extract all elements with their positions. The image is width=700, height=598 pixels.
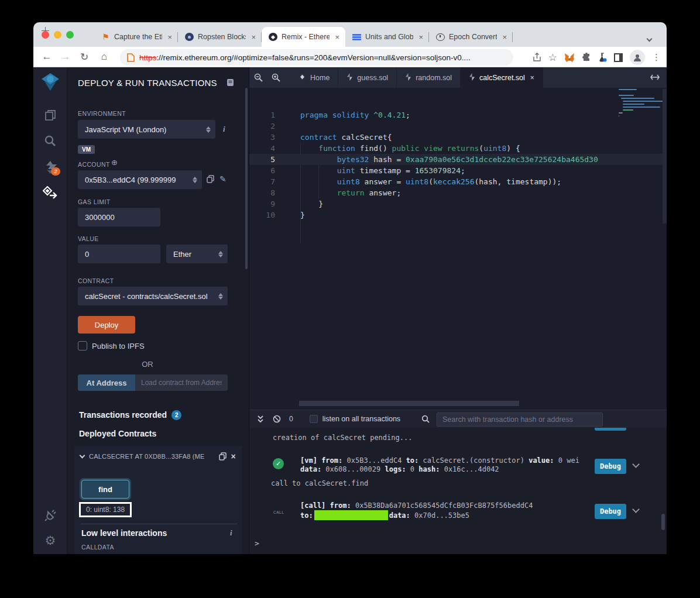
- sign-message-pencil-icon[interactable]: ✎: [219, 174, 227, 184]
- code-line[interactable]: 8 return answer;: [249, 187, 667, 198]
- panel-scrollbar[interactable]: [245, 88, 248, 269]
- terminal-collapse-icon[interactable]: [252, 415, 269, 423]
- environment-info-icon[interactable]: i: [223, 125, 225, 134]
- plugin-manager-icon[interactable]: [33, 509, 67, 522]
- debug-button[interactable]: Debug: [595, 504, 626, 519]
- code-line[interactable]: 4 function find() public view returns(ui…: [249, 143, 667, 154]
- minimize-window-button[interactable]: [54, 31, 61, 39]
- or-label: OR: [67, 360, 228, 369]
- zoom-out-icon[interactable]: [249, 67, 267, 88]
- at-address-button[interactable]: At Address: [78, 374, 135, 391]
- code-line[interactable]: 5 bytes32 hash = 0xaa790a0e56c3d1dcceb22…: [249, 154, 667, 165]
- solidity-icon: [346, 73, 353, 83]
- code-line[interactable]: 7 uint8 answer = uint8(keccak256(hash, t…: [249, 176, 667, 187]
- remix-icon: [269, 33, 277, 41]
- editor-tab[interactable]: Home: [290, 67, 338, 88]
- forward-icon[interactable]: →: [58, 49, 73, 64]
- editor-tab[interactable]: random.sol: [397, 67, 461, 88]
- copy-instance-icon[interactable]: [219, 452, 227, 460]
- tab-search-chevron-icon[interactable]: [647, 33, 651, 43]
- address-bar[interactable]: https://remix.ethereum.org/#optimize=fal…: [120, 49, 513, 66]
- editor-tab[interactable]: guess.sol: [338, 67, 397, 88]
- publish-ipfs-checkbox[interactable]: [78, 341, 87, 350]
- low-level-info-icon[interactable]: i: [230, 528, 232, 538]
- deploy-button[interactable]: Deploy: [78, 316, 135, 334]
- clear-console-icon[interactable]: [269, 415, 284, 423]
- editor-horizontal-scrollbar[interactable]: [299, 401, 519, 406]
- line-number: 4: [249, 143, 283, 154]
- file-explorer-icon[interactable]: [33, 109, 67, 122]
- deploy-run-icon[interactable]: [33, 186, 67, 200]
- at-address-input[interactable]: [135, 374, 228, 391]
- listen-transactions-checkbox[interactable]: [310, 415, 318, 423]
- close-tab-icon[interactable]: ×: [250, 33, 257, 42]
- browser-tab[interactable]: Ropsten Blocks #12×: [178, 27, 262, 47]
- solidity-compiler-icon[interactable]: 2: [33, 160, 67, 174]
- remix-logo-icon[interactable]: [33, 72, 67, 92]
- debug-button[interactable]: Debug: [595, 459, 626, 474]
- url-protocol: https: [139, 53, 156, 62]
- code-line[interactable]: 1pragma solidity ^0.4.21;: [249, 109, 667, 121]
- transactions-recorded-label: Transactions recorded2: [79, 410, 181, 420]
- expand-horizontal-icon[interactable]: [650, 73, 660, 83]
- settings-gear-icon[interactable]: ⚙: [33, 534, 67, 548]
- environment-select[interactable]: JavaScript VM (London): [78, 120, 215, 139]
- remove-instance-close-icon[interactable]: ×: [231, 452, 236, 461]
- browser-menu-dots-icon[interactable]: ⋮: [652, 52, 661, 63]
- gas-limit-input[interactable]: 3000000: [78, 208, 160, 226]
- close-tab-icon[interactable]: ×: [334, 33, 341, 42]
- browser-tab[interactable]: Epoch Converter -×: [429, 27, 513, 47]
- code-line[interactable]: 6 uint timestamp = 1653079824;: [249, 165, 667, 176]
- documentation-book-icon[interactable]: [227, 78, 234, 88]
- browser-tab[interactable]: Units and Globally×: [345, 27, 429, 47]
- close-tab-icon[interactable]: ×: [501, 33, 508, 42]
- window-controls: [42, 31, 74, 39]
- value-label: VALUE: [78, 235, 99, 242]
- code-line[interactable]: 10}: [249, 209, 667, 221]
- close-tab-icon[interactable]: ×: [166, 33, 173, 42]
- back-icon[interactable]: ←: [39, 49, 54, 64]
- copy-account-icon[interactable]: [207, 175, 214, 183]
- share-icon[interactable]: [533, 53, 541, 62]
- browser-tab[interactable]: ⚑Capture the Ether -×: [94, 27, 178, 47]
- terminal-scrollbar[interactable]: [661, 514, 665, 530]
- close-file-icon[interactable]: ×: [530, 74, 534, 82]
- tx-log-line: data: 0x608...00029 logs: 0 hash: 0x16c.…: [300, 465, 499, 473]
- extensions-puzzle-icon[interactable]: [582, 53, 591, 62]
- find-function-button[interactable]: find: [81, 480, 129, 499]
- code-editor[interactable]: 1pragma solidity ^0.4.21;23contract calc…: [249, 88, 667, 410]
- code-text: function find() public view returns(uint…: [300, 143, 520, 154]
- profile-avatar[interactable]: [630, 50, 645, 65]
- terminal-search-input[interactable]: [437, 413, 603, 427]
- add-account-plus-icon[interactable]: ⊕: [111, 158, 118, 167]
- close-window-button[interactable]: [42, 31, 49, 39]
- expand-log-chevron-icon[interactable]: [632, 506, 640, 513]
- reload-icon[interactable]: ↻: [77, 49, 92, 64]
- instance-collapse-chevron-icon[interactable]: [80, 453, 85, 459]
- editor-tab[interactable]: calcSecret.sol×: [461, 67, 543, 88]
- terminal-call-line: call to calcSecret.find: [271, 479, 368, 487]
- zoom-in-icon[interactable]: [267, 67, 284, 88]
- value-unit-select[interactable]: Ether: [166, 245, 228, 263]
- code-line[interactable]: 9 }: [249, 198, 667, 209]
- expand-log-chevron-icon[interactable]: [632, 460, 640, 468]
- metamask-icon[interactable]: [564, 53, 575, 63]
- home-icon[interactable]: ⌂: [97, 49, 112, 64]
- account-select[interactable]: 0x5B3...eddC4 (99.999999: [78, 170, 202, 189]
- editor-vertical-scrollbar[interactable]: [663, 89, 667, 224]
- flask-extension-icon[interactable]: [598, 53, 607, 62]
- close-tab-icon[interactable]: ×: [417, 33, 424, 42]
- value-input[interactable]: 0: [78, 245, 160, 263]
- code-line[interactable]: 3contract calcSecret{: [249, 132, 667, 143]
- terminal-prompt[interactable]: >: [255, 539, 259, 548]
- browser-tab[interactable]: Remix - Ethereum I×: [262, 27, 345, 47]
- sidebar-square-icon[interactable]: [614, 53, 623, 62]
- search-plugin-icon[interactable]: [33, 135, 67, 147]
- bookmark-star-icon[interactable]: ☆: [548, 51, 557, 64]
- code-line[interactable]: 2: [249, 121, 667, 132]
- maximize-window-button[interactable]: [66, 31, 74, 39]
- debug-button-partial[interactable]: [595, 428, 626, 431]
- editor-minimap[interactable]: [619, 89, 663, 118]
- contract-select[interactable]: calcSecret - contracts/calcSecret.sol: [78, 287, 228, 305]
- terminal-pending-line: creation of calcSecret pending...: [273, 434, 412, 442]
